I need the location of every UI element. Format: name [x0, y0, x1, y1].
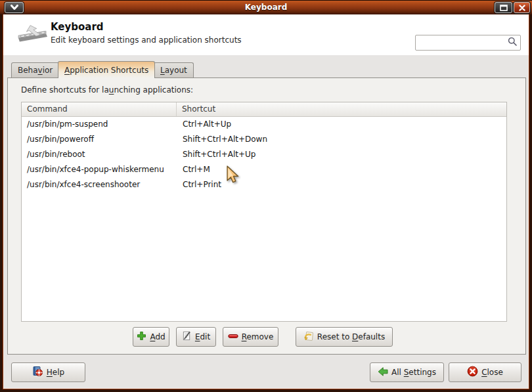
tab-behavior[interactable]: Behavior: [11, 62, 59, 77]
page-title: Keyboard: [51, 21, 104, 33]
define-shortcuts-label: Define shortcuts for launching applicati…: [21, 85, 193, 95]
button-label: Edit: [195, 332, 210, 341]
search-input[interactable]: [417, 37, 504, 49]
tab-layout[interactable]: Layout: [154, 62, 194, 77]
help-button[interactable]: Help: [11, 362, 85, 382]
minus-icon: [228, 332, 238, 343]
undo-arrow-icon: [303, 331, 314, 343]
edit-icon: [182, 331, 192, 343]
shortcuts-table[interactable]: Command Shortcut /usr/bin/pm-suspend Ctr…: [21, 102, 507, 322]
close-button[interactable]: Close: [449, 362, 521, 382]
column-header-shortcut[interactable]: Shortcut: [177, 102, 506, 116]
button-label: Reset to Defaults: [317, 332, 385, 341]
button-label: Remove: [242, 332, 274, 341]
button-label: Help: [47, 368, 64, 377]
search-icon: [508, 37, 518, 49]
table-row[interactable]: /usr/bin/reboot Shift+Ctrl+Alt+Up: [22, 147, 506, 162]
window-menu-button[interactable]: [5, 2, 24, 13]
table-header: Command Shortcut: [22, 102, 506, 117]
close-icon: [519, 5, 525, 11]
shortcuts-panel: Define shortcuts for launching applicati…: [7, 77, 526, 355]
add-button[interactable]: Add: [133, 327, 169, 347]
tab-label: Application Shortcuts: [64, 66, 148, 75]
column-header-command[interactable]: Command: [22, 102, 177, 116]
table-row[interactable]: /usr/bin/xfce4-popup-whiskermenu Ctrl+M: [22, 162, 506, 177]
button-label: All Settings: [391, 368, 436, 377]
arrow-left-icon: [378, 366, 388, 379]
search-box: [415, 35, 521, 51]
dialog-header: Keyboard Edit keyboard settings and appl…: [3, 14, 529, 55]
tab-label: Behavior: [18, 66, 53, 75]
tab-label: Layout: [160, 66, 187, 75]
remove-button[interactable]: Remove: [223, 327, 278, 347]
table-row[interactable]: /usr/bin/xfce4-screenshooter Ctrl+Print: [22, 177, 506, 192]
plus-icon: [137, 331, 146, 343]
keyboard-icon: [18, 22, 48, 51]
maximize-button[interactable]: [495, 2, 512, 13]
help-icon: [32, 366, 43, 379]
table-row[interactable]: /usr/bin/poweroff Shift+Ctrl+Alt+Down: [22, 132, 506, 147]
all-settings-button[interactable]: All Settings: [370, 362, 444, 382]
table-row[interactable]: /usr/bin/pm-suspend Ctrl+Alt+Up: [22, 117, 506, 132]
edit-button[interactable]: Edit: [176, 327, 216, 347]
reset-to-defaults-button[interactable]: Reset to Defaults: [296, 327, 393, 347]
titlebar-close-button[interactable]: [514, 2, 530, 13]
page-subtitle: Edit keyboard settings and application s…: [51, 35, 242, 45]
tab-application-shortcuts[interactable]: Application Shortcuts: [58, 61, 155, 78]
button-label: Close: [481, 368, 503, 377]
maximize-icon: [500, 5, 508, 11]
close-circle-icon: [467, 366, 478, 379]
window-title: Keyboard: [0, 3, 532, 12]
window-frame: Keyboard Edit keyboard settings and appl…: [0, 14, 532, 392]
chevron-down-icon: [11, 5, 18, 11]
titlebar: Keyboard: [0, 0, 532, 14]
button-label: Add: [150, 332, 165, 341]
